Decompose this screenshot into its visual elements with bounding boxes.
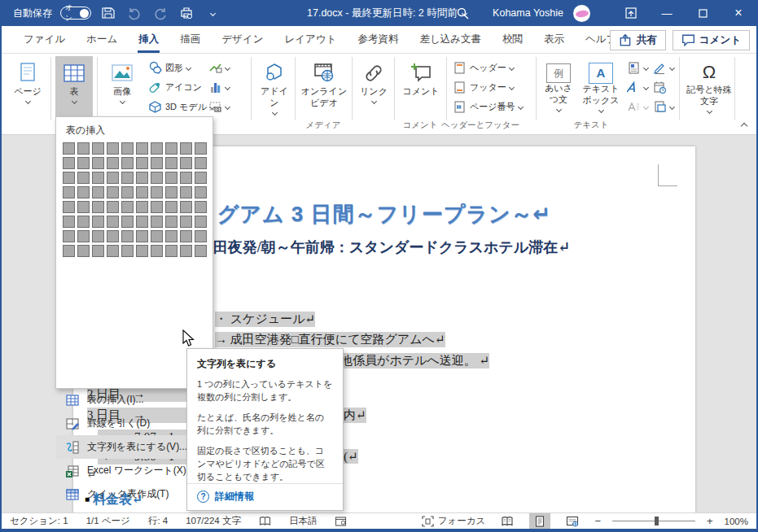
- symbols-button[interactable]: Ω 記号と特殊文字: [686, 56, 733, 118]
- textbox-button[interactable]: A テキストボックス: [580, 56, 622, 118]
- grid-cell[interactable]: [92, 186, 104, 198]
- grid-cell[interactable]: [165, 186, 177, 198]
- grid-cell[interactable]: [121, 186, 134, 198]
- pages-button[interactable]: ページ: [8, 56, 47, 118]
- avatar[interactable]: [573, 5, 590, 22]
- grid-cell[interactable]: [121, 216, 134, 228]
- greeting-button[interactable]: 例 あいさつ文: [541, 56, 576, 118]
- grid-cell[interactable]: [63, 245, 75, 257]
- chart-button[interactable]: [208, 78, 230, 96]
- wordart-button[interactable]: [627, 78, 648, 96]
- minimize-button[interactable]: —: [649, 0, 685, 26]
- close-button[interactable]: ×: [721, 0, 756, 26]
- web-layout-button[interactable]: [562, 513, 583, 529]
- grid-cell[interactable]: [92, 172, 104, 184]
- grid-cell[interactable]: [107, 157, 119, 169]
- grid-cell[interactable]: [136, 142, 148, 155]
- doc-line-flight[interactable]: → 成田空港発□直行便にて空路グアムへ↵: [215, 332, 445, 347]
- grid-cell[interactable]: [195, 230, 207, 242]
- grid-cell[interactable]: [180, 201, 192, 213]
- tab-insert[interactable]: 挿入: [128, 26, 169, 53]
- undo-icon[interactable]: [125, 4, 143, 22]
- grid-cell[interactable]: [180, 157, 192, 169]
- maximize-button[interactable]: [685, 0, 721, 26]
- grid-cell[interactable]: [195, 186, 207, 198]
- grid-cell[interactable]: [77, 201, 90, 213]
- grid-cell[interactable]: [121, 201, 134, 213]
- 3d-models-button[interactable]: 3D モデル: [148, 98, 214, 116]
- grid-cell[interactable]: [92, 245, 104, 257]
- tab-layout[interactable]: レイアウト: [274, 26, 347, 53]
- grid-cell[interactable]: [195, 172, 207, 184]
- grid-cell[interactable]: [107, 186, 119, 198]
- tab-file[interactable]: ファイル: [13, 26, 76, 53]
- grid-cell[interactable]: [107, 142, 119, 155]
- tab-references[interactable]: 参考資料: [347, 26, 409, 53]
- signature-line-button[interactable]: [653, 59, 674, 76]
- grid-cell[interactable]: [63, 216, 75, 228]
- grid-cell[interactable]: [195, 245, 207, 257]
- focus-mode-button[interactable]: フォーカス: [422, 515, 486, 527]
- print-layout-button[interactable]: [529, 513, 550, 529]
- grid-cell[interactable]: [180, 186, 192, 198]
- grid-cell[interactable]: [165, 142, 177, 155]
- grid-cell[interactable]: [151, 157, 163, 169]
- zoom-slider-thumb[interactable]: [655, 517, 659, 525]
- smartart-button[interactable]: [208, 59, 230, 76]
- new-comment-button[interactable]: コメント: [399, 56, 443, 118]
- grid-cell[interactable]: [195, 157, 207, 169]
- zoom-slider[interactable]: [612, 521, 695, 521]
- grid-cell[interactable]: [180, 230, 192, 242]
- grid-cell[interactable]: [77, 157, 90, 169]
- online-video-button[interactable]: オンラインビデオ: [300, 56, 348, 118]
- grid-cell[interactable]: [107, 230, 119, 242]
- doc-line-schedule[interactable]: ・ スケジュール↵: [215, 312, 315, 327]
- grid-cell[interactable]: [136, 216, 148, 228]
- grid-cell[interactable]: [121, 245, 134, 257]
- grid-cell[interactable]: [121, 157, 134, 169]
- grid-cell[interactable]: [63, 142, 75, 155]
- doc-fragment-2[interactable]: (↵: [344, 449, 358, 464]
- footer-button[interactable]: フッター: [453, 78, 514, 96]
- icons-button[interactable]: アイコン: [148, 78, 202, 96]
- autosave-toggle[interactable]: オン: [60, 7, 91, 20]
- tab-mailings[interactable]: 差し込み文書: [409, 26, 492, 53]
- grid-cell[interactable]: [63, 201, 75, 213]
- grid-cell[interactable]: [151, 230, 163, 242]
- image-button[interactable]: 画像: [103, 56, 142, 118]
- grid-cell[interactable]: [136, 201, 148, 213]
- grid-cell[interactable]: [136, 172, 148, 184]
- redo-icon[interactable]: [151, 4, 169, 22]
- grid-cell[interactable]: [180, 142, 192, 155]
- link-button[interactable]: リンク: [355, 56, 392, 118]
- ribbon-display-options-icon[interactable]: [613, 0, 649, 26]
- grid-cell[interactable]: [165, 172, 177, 184]
- quick-parts-button[interactable]: [627, 59, 648, 76]
- proofing-icon[interactable]: [259, 516, 271, 527]
- tell-me-more-link[interactable]: ? 詳細情報: [197, 490, 254, 504]
- grid-cell[interactable]: [107, 245, 119, 257]
- table-button[interactable]: 表: [55, 56, 93, 118]
- grid-cell[interactable]: [151, 142, 163, 155]
- grid-cell[interactable]: [77, 186, 90, 198]
- grid-cell[interactable]: [77, 216, 90, 228]
- grid-cell[interactable]: [77, 230, 90, 242]
- grid-cell[interactable]: [165, 216, 177, 228]
- date-time-button[interactable]: [653, 78, 667, 96]
- status-language[interactable]: 日本語: [289, 515, 318, 527]
- page-number-button[interactable]: ページ番号: [453, 98, 523, 116]
- grid-cell[interactable]: [92, 157, 104, 169]
- search-icon[interactable]: [453, 4, 471, 22]
- grid-cell[interactable]: [165, 201, 177, 213]
- grid-cell[interactable]: [136, 157, 148, 169]
- grid-cell[interactable]: [195, 216, 207, 228]
- grid-cell[interactable]: [77, 245, 90, 257]
- zoom-out-button[interactable]: −: [594, 515, 601, 527]
- grid-cell[interactable]: [151, 201, 163, 213]
- grid-cell[interactable]: [195, 142, 207, 155]
- print-icon[interactable]: [177, 4, 195, 22]
- tab-view[interactable]: 表示: [533, 26, 575, 53]
- grid-cell[interactable]: [165, 230, 177, 242]
- grid-cell[interactable]: [92, 216, 104, 228]
- grid-cell[interactable]: [77, 172, 90, 184]
